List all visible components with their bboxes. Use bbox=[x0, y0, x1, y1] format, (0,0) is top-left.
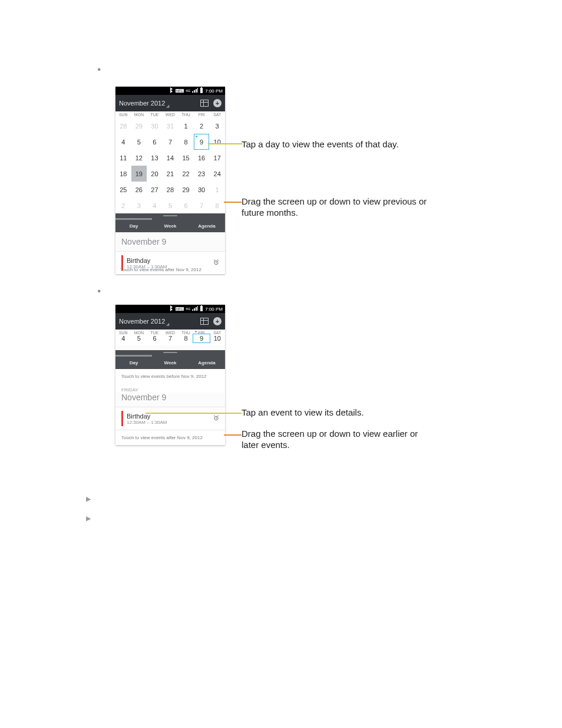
day-cell[interactable]: 28 bbox=[163, 182, 178, 197]
week-day[interactable]: SUN4 bbox=[115, 331, 131, 344]
day-cell[interactable]: 29 bbox=[131, 118, 147, 134]
day-cell[interactable]: 5 bbox=[131, 134, 147, 150]
calendar-header: November 2012◢ + bbox=[115, 313, 225, 330]
callout-line bbox=[208, 143, 242, 144]
week-day[interactable]: TUE6 bbox=[147, 331, 163, 344]
network-icon: 4G bbox=[186, 307, 190, 311]
day-cell[interactable]: 30 bbox=[194, 182, 210, 197]
callout-line bbox=[224, 202, 242, 203]
week-strip[interactable]: SUN4MON5TUE6WED7THU8FRI9SAT10 bbox=[115, 330, 225, 345]
callout-line bbox=[224, 434, 242, 436]
week-day[interactable]: THU8 bbox=[178, 331, 194, 344]
day-cell[interactable]: 16 bbox=[194, 150, 210, 166]
day-cell[interactable]: 1 bbox=[178, 118, 194, 134]
week-day[interactable]: MON5 bbox=[131, 331, 147, 344]
day-cell[interactable]: 25 bbox=[115, 182, 131, 197]
week-day[interactable]: FRI9 bbox=[194, 331, 210, 344]
arrow-icon: ▶ bbox=[86, 495, 91, 503]
tab-agenda[interactable]: Agenda bbox=[189, 355, 225, 369]
calendar-title[interactable]: November 2012◢ bbox=[119, 318, 169, 325]
day-cell[interactable]: 28 bbox=[115, 118, 131, 134]
event-item[interactable]: Birthday 12:30AM – 1:30AM bbox=[115, 407, 225, 430]
day-cell[interactable]: 5 bbox=[163, 197, 178, 213]
day-cell[interactable]: 2 bbox=[194, 118, 210, 134]
day-cell[interactable]: 3 bbox=[209, 118, 225, 134]
drag-handle[interactable] bbox=[115, 350, 225, 355]
day-cell[interactable]: 31 bbox=[163, 118, 178, 134]
alarm-icon bbox=[213, 415, 219, 422]
drag-handle[interactable] bbox=[115, 213, 225, 218]
day-cell[interactable]: 19 bbox=[131, 166, 147, 182]
tab-day[interactable]: Day bbox=[115, 355, 152, 369]
today-icon[interactable] bbox=[200, 318, 209, 325]
event-title: Birthday bbox=[127, 257, 213, 264]
day-cell[interactable]: 24 bbox=[209, 166, 225, 182]
callout-line bbox=[146, 413, 242, 414]
today-icon[interactable] bbox=[200, 100, 209, 107]
day-cell[interactable]: 10 bbox=[209, 134, 225, 150]
tab-week[interactable]: Week bbox=[152, 218, 189, 232]
view-tabs: Day Week Agenda bbox=[115, 355, 225, 369]
day-cell[interactable]: 22 bbox=[178, 166, 194, 182]
signal-icon bbox=[192, 88, 198, 94]
add-event-button[interactable]: + bbox=[213, 99, 222, 107]
day-cell[interactable]: 2 bbox=[115, 197, 131, 213]
bluetooth-icon bbox=[169, 87, 174, 94]
day-cell[interactable]: 20 bbox=[147, 166, 163, 182]
day-cell[interactable]: 4 bbox=[115, 134, 131, 150]
day-cell[interactable]: 13 bbox=[147, 150, 163, 166]
touch-after-link[interactable]: Touch to view events after Nov 9, 2012 bbox=[120, 267, 201, 272]
add-event-button[interactable]: + bbox=[213, 317, 222, 325]
weekday-row: SUNMONTUEWEDTHUFRISAT bbox=[115, 111, 225, 118]
touch-after-link[interactable]: Touch to view events after Nov 9, 2012 bbox=[115, 430, 225, 445]
day-cell[interactable]: 26 bbox=[131, 182, 147, 197]
svg-rect-0 bbox=[200, 88, 203, 93]
day-cell[interactable]: 7 bbox=[194, 197, 210, 213]
day-cell[interactable]: 6 bbox=[178, 197, 194, 213]
week-day[interactable]: SAT10 bbox=[209, 331, 225, 344]
day-cell[interactable]: 14 bbox=[163, 150, 178, 166]
day-cell[interactable]: 6 bbox=[147, 134, 163, 150]
day-cell[interactable]: 29 bbox=[178, 182, 194, 197]
status-bar: NFC 4G 7:00 PM bbox=[115, 87, 225, 95]
day-cell[interactable]: 11 bbox=[115, 150, 131, 166]
date-heading: November 9 bbox=[115, 232, 225, 251]
nfc-icon: NFC bbox=[176, 89, 184, 93]
status-time: 7:00 PM bbox=[205, 88, 223, 94]
month-grid[interactable]: 2829303112345678910111213141516171819202… bbox=[115, 118, 225, 213]
alarm-icon bbox=[213, 259, 219, 266]
day-cell[interactable]: 4 bbox=[147, 197, 163, 213]
view-tabs: Day Week Agenda bbox=[115, 218, 225, 232]
day-cell[interactable]: 18 bbox=[115, 166, 131, 182]
day-cell[interactable]: 8 bbox=[178, 134, 194, 150]
event-time: 12:30AM – 1:30AM bbox=[127, 420, 213, 425]
day-cell[interactable]: 17 bbox=[209, 150, 225, 166]
day-cell[interactable]: 7 bbox=[163, 134, 178, 150]
day-cell[interactable]: 15 bbox=[178, 150, 194, 166]
annotation-tap-event: Tap an event to view its details. bbox=[242, 407, 436, 419]
day-cell[interactable]: 1 bbox=[209, 182, 225, 197]
date-heading: November 9 bbox=[115, 393, 225, 407]
day-cell[interactable]: 3 bbox=[131, 197, 147, 213]
week-day[interactable]: WED7 bbox=[163, 331, 178, 344]
signal-icon bbox=[192, 306, 198, 312]
svg-rect-3 bbox=[200, 306, 203, 311]
network-icon: 4G bbox=[186, 89, 190, 93]
annotation-tap-day: Tap a day to view the events of that day… bbox=[242, 139, 436, 150]
calendar-month-screenshot: NFC 4G 7:00 PM November 2012◢ + SUNMONTU… bbox=[115, 87, 225, 274]
day-cell[interactable]: 8 bbox=[209, 197, 225, 213]
arrow-icon: ▶ bbox=[86, 515, 91, 522]
day-cell[interactable]: 9 bbox=[194, 134, 210, 150]
day-cell[interactable]: 21 bbox=[163, 166, 178, 182]
tab-day[interactable]: Day bbox=[115, 218, 152, 232]
calendar-title[interactable]: November 2012◢ bbox=[119, 100, 169, 107]
day-cell[interactable]: 27 bbox=[147, 182, 163, 197]
touch-before-link[interactable]: Touch to view events before Nov 9, 2012 bbox=[115, 369, 225, 384]
day-cell[interactable]: 30 bbox=[147, 118, 163, 134]
day-cell[interactable]: 23 bbox=[194, 166, 210, 182]
day-cell[interactable]: 12 bbox=[131, 150, 147, 166]
tab-week[interactable]: Week bbox=[152, 355, 189, 369]
tab-agenda[interactable]: Agenda bbox=[189, 218, 225, 232]
nfc-icon: NFC bbox=[176, 307, 184, 311]
svg-rect-1 bbox=[201, 87, 202, 88]
